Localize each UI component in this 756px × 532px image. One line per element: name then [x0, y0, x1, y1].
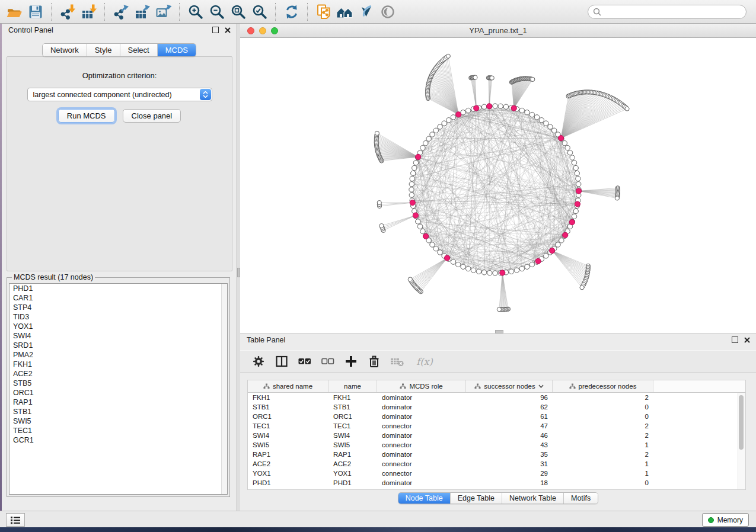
table-cell[interactable]: TEC1: [328, 421, 377, 431]
table-row[interactable]: SWI5SWI5connector431: [248, 440, 745, 450]
mcds-result-item[interactable]: SRD1: [9, 341, 227, 350]
tab-select[interactable]: Select: [120, 44, 157, 56]
graph-node[interactable]: [573, 209, 578, 213]
table-cell[interactable]: 0: [553, 412, 653, 421]
graph-hub-node[interactable]: [474, 105, 479, 111]
mcds-result-item[interactable]: PMA2: [9, 350, 227, 360]
graph-node[interactable]: [493, 104, 497, 108]
mcds-result-item[interactable]: STP4: [9, 303, 227, 312]
graph-node[interactable]: [570, 155, 575, 160]
table-row[interactable]: PHD1PHD1dominator180: [248, 478, 745, 488]
graph-hub-node[interactable]: [487, 104, 492, 109]
table-cell[interactable]: 47: [466, 421, 553, 431]
function-builder-icon[interactable]: f(x): [412, 352, 438, 370]
graph-node[interactable]: [379, 224, 384, 228]
mcds-result-list[interactable]: PHD1CAR1STP4TID3YOX1SWI4SRD1PMA2FKH1ACE2…: [9, 283, 228, 495]
graph-node[interactable]: [430, 132, 435, 137]
import-network-icon[interactable]: [57, 2, 78, 22]
mcds-result-item[interactable]: RAP1: [9, 398, 227, 407]
graph-hub-node[interactable]: [575, 201, 580, 207]
graph-node[interactable]: [412, 165, 417, 170]
graph-node[interactable]: [481, 270, 486, 275]
table-cell[interactable]: SWI5: [248, 440, 328, 450]
mcds-result-item[interactable]: YOX1: [9, 322, 227, 331]
tab-style[interactable]: Style: [87, 44, 120, 56]
graph-node[interactable]: [548, 124, 553, 129]
table-row[interactable]: TEC1TEC1connector472: [248, 421, 745, 431]
table-row[interactable]: STB1STB1dominator620: [248, 402, 745, 412]
graph-hub-node[interactable]: [511, 105, 516, 111]
graph-node[interactable]: [567, 150, 572, 155]
zoom-out-icon[interactable]: [206, 2, 228, 22]
graph-hub-node[interactable]: [559, 136, 564, 141]
graph-hub-node[interactable]: [576, 188, 581, 194]
column-header-name[interactable]: name: [328, 380, 377, 392]
split-columns-icon[interactable]: [273, 352, 291, 370]
mcds-result-item[interactable]: STB5: [9, 379, 227, 388]
graph-node[interactable]: [565, 145, 570, 150]
details-pen-icon[interactable]: [356, 2, 377, 22]
graph-node[interactable]: [410, 176, 414, 181]
table-cell[interactable]: PHD1: [328, 478, 377, 488]
table-cell[interactable]: dominator: [377, 431, 466, 440]
close-panel-icon[interactable]: [744, 337, 750, 343]
close-panel-button[interactable]: Close panel: [123, 109, 181, 123]
graph-node[interactable]: [509, 269, 513, 274]
network-graph[interactable]: [240, 38, 756, 333]
graph-node[interactable]: [408, 277, 412, 281]
table-cell[interactable]: TEC1: [248, 421, 328, 431]
graph-node[interactable]: [625, 107, 629, 111]
table-cell[interactable]: 43: [466, 440, 553, 450]
memory-button[interactable]: Memory: [702, 513, 749, 527]
graph-node[interactable]: [417, 224, 422, 229]
graph-node[interactable]: [531, 77, 535, 81]
table-scrollbar[interactable]: [738, 393, 745, 489]
graph-node[interactable]: [409, 187, 414, 192]
table-row[interactable]: ORC1ORC1dominator610: [248, 412, 745, 421]
graph-node[interactable]: [416, 219, 420, 224]
task-history-button[interactable]: [6, 513, 25, 527]
tab-edge-table[interactable]: Edge Table: [450, 493, 502, 504]
graph-node[interactable]: [409, 193, 414, 197]
graph-node[interactable]: [514, 268, 519, 273]
export-table-icon[interactable]: [132, 2, 153, 22]
graph-node[interactable]: [503, 104, 508, 109]
graph-node[interactable]: [572, 214, 576, 219]
table-row[interactable]: SWI4SWI4dominator462: [248, 431, 745, 440]
table-cell[interactable]: FKH1: [248, 393, 328, 402]
graph-node[interactable]: [375, 131, 379, 135]
table-cell[interactable]: 29: [466, 469, 553, 478]
deselect-checkboxes-icon[interactable]: [319, 352, 337, 370]
mcds-result-item[interactable]: GCR1: [9, 435, 227, 445]
graph-node[interactable]: [544, 121, 548, 126]
table-cell[interactable]: RAP1: [248, 450, 328, 459]
save-session-icon[interactable]: [25, 2, 46, 22]
graph-node[interactable]: [519, 266, 524, 271]
graph-node[interactable]: [519, 108, 524, 113]
table-cell[interactable]: dominator: [377, 393, 466, 402]
float-panel-icon[interactable]: [212, 27, 219, 33]
graph-node[interactable]: [487, 270, 492, 275]
graph-node[interactable]: [498, 104, 503, 108]
table-cell[interactable]: 2: [553, 450, 653, 459]
eye-icon[interactable]: [377, 2, 398, 22]
column-header-predecessor-nodes[interactable]: predecessor nodes: [553, 380, 653, 392]
graph-node[interactable]: [573, 165, 578, 170]
table-cell[interactable]: 18: [466, 478, 553, 488]
tab-mcds[interactable]: MCDS: [157, 44, 196, 56]
houses-icon[interactable]: [334, 2, 356, 22]
table-cell[interactable]: connector: [377, 440, 466, 450]
tab-network[interactable]: Network: [43, 44, 87, 56]
graph-node[interactable]: [471, 268, 476, 273]
mcds-result-item[interactable]: ACE2: [9, 369, 227, 379]
mcds-result-item[interactable]: CAR1: [9, 293, 227, 303]
mcds-result-item[interactable]: TID3: [9, 312, 227, 322]
tab-network-table[interactable]: Network Table: [502, 493, 563, 504]
table-cell[interactable]: 0: [553, 402, 653, 412]
table-cell[interactable]: 62: [466, 402, 553, 412]
table-cell[interactable]: 1: [553, 469, 653, 478]
graph-node[interactable]: [433, 128, 438, 133]
zoom-fit-icon[interactable]: [228, 2, 249, 22]
search-box[interactable]: [588, 5, 747, 19]
table-cell[interactable]: STB1: [328, 402, 377, 412]
